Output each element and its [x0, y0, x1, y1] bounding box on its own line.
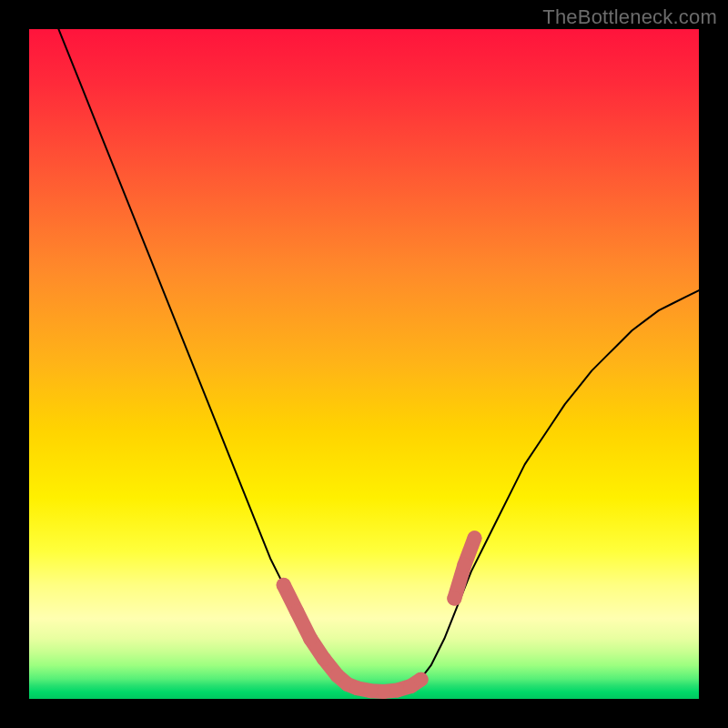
watermark-text: TheBottleneck.com [542, 5, 717, 29]
marker-dot [317, 652, 331, 666]
chart-frame: TheBottleneck.com [0, 0, 728, 728]
marker-dot [457, 558, 471, 572]
marker-dot [350, 681, 365, 695]
marker-dot [467, 531, 481, 545]
marker-dot [289, 604, 304, 619]
marker-dot [377, 684, 391, 699]
marker-dot [390, 682, 405, 697]
plot-area [29, 29, 699, 699]
marker-dot [414, 672, 429, 687]
bottleneck-chart [29, 29, 699, 699]
curve-path [29, 29, 699, 693]
marker-dot [363, 683, 378, 698]
marker-dot [303, 632, 318, 646]
marker-dot [447, 592, 461, 606]
marker-dot [277, 578, 291, 592]
